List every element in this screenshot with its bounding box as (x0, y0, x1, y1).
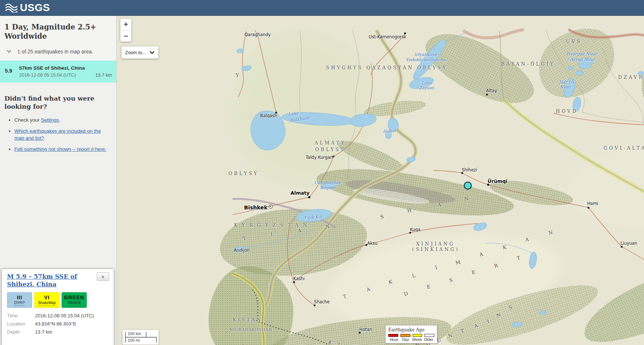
map-label: I (486, 318, 490, 324)
lake-shape (576, 70, 583, 76)
map-viewport[interactable]: QaraghandyUst-KamenogorskYSHYGHYS QAZAQS… (116, 15, 644, 345)
badge-value: III (17, 295, 23, 300)
map-label: Har Us (559, 80, 574, 85)
map-label: N (447, 332, 453, 339)
map-city-label: Ürümqi (488, 178, 507, 184)
admin-borders (300, 31, 644, 296)
help-link[interactable]: Settings (41, 117, 59, 123)
event-meta: 2016-12-08 05:15:04 (UTC)13.7 km (19, 73, 112, 78)
city-dots-layer (116, 15, 644, 345)
earthquake-list-item[interactable]: 5.957km SSE of Shihezi, China2016-12-08 … (0, 60, 116, 83)
map-label: H (240, 343, 247, 345)
terrain-patch (575, 246, 644, 345)
border-tajik-yellow (233, 273, 264, 345)
usgs-logo[interactable]: USGS (5, 2, 50, 14)
map-label: U (337, 342, 342, 345)
detail-row: Location43.816°N 86.303°E (7, 321, 109, 327)
help-item: Which earthquakes are included on the ma… (14, 128, 110, 142)
badge-value: GREEN (64, 295, 85, 300)
map-label: E (426, 283, 431, 290)
map-city-label: Taldy Kurgan (306, 155, 333, 160)
capital-dot (270, 206, 271, 207)
capital-city-marker (269, 205, 273, 209)
usgs-earthquake-map-app: { "header": { "logo": "USGS" }, "sidebar… (0, 0, 644, 345)
impact-badge-shakemap[interactable]: VIShakeMap (34, 292, 59, 308)
event-title: 57km SSE of Shihezi, China (19, 65, 112, 71)
close-button[interactable]: x (97, 272, 110, 281)
legend-label: Hour (388, 337, 400, 342)
terrain-patch (209, 266, 293, 345)
zoom-out-button[interactable]: − (120, 31, 131, 42)
event-title-link[interactable]: M 5.9 – 57km SSE of Shihezi, China (7, 273, 90, 288)
detail-label: Location (7, 321, 35, 327)
map-label: U (437, 337, 442, 343)
border-kz-kg (233, 199, 336, 227)
earthquake-marker[interactable] (464, 182, 472, 189)
map-label: M (455, 259, 461, 266)
map-city-label: Shache (314, 299, 330, 304)
lake-shape (562, 77, 577, 99)
city-dot (621, 246, 623, 248)
map-label: A (366, 286, 371, 292)
lake-shape (528, 251, 537, 269)
zoom-to-label: Zoom to... (125, 50, 146, 55)
zoom-in-button[interactable]: + (120, 19, 131, 31)
badge-value: VI (44, 295, 49, 300)
impact-badges: IIIDYFI?VIShakeMapGREENPAGER (7, 292, 109, 308)
map-label: K (328, 339, 333, 345)
scale-mi-label: 100 mi (128, 338, 140, 342)
city-dot (359, 332, 361, 334)
map-label: I (270, 231, 273, 237)
count-row[interactable]: 1 of 25 earthquakes in map area. (4, 49, 112, 55)
lake-shape (577, 56, 595, 71)
map-label: KYRGYZSTAN (234, 222, 311, 228)
event-time: 2016-12-08 05:15:04 (UTC) (19, 73, 76, 78)
city-dot (293, 281, 295, 283)
lake-shape (572, 97, 582, 112)
map-label: K (502, 244, 507, 251)
lake-shape (386, 117, 399, 133)
legend-label: Day (400, 337, 411, 342)
terrain-patch (416, 20, 543, 118)
map-label: A (437, 202, 442, 208)
map-city-label: Ust-Kamenogorsk (369, 34, 406, 39)
border-china-band-yellow (266, 30, 416, 305)
map-label: DZAVHAN (618, 74, 644, 80)
map-label: Qapshaghay (314, 180, 341, 185)
map-label: K (388, 279, 393, 285)
map-label: GOVI-ALTAY (604, 145, 644, 151)
lake-shape (408, 75, 435, 91)
zoom-to-dropdown[interactable]: Zoom to... (121, 46, 158, 59)
map-label: D (403, 290, 409, 297)
lake-shape (568, 66, 573, 70)
lake-shape (246, 107, 289, 154)
lake-shape (233, 245, 246, 253)
map-city-label: Andijon (234, 248, 249, 253)
impact-badge-pager[interactable]: GREENPAGER (62, 292, 87, 308)
map-label: / Ayrag Nuur (567, 57, 595, 62)
detail-value: 13.7 km (35, 329, 52, 335)
terrain-patch (314, 160, 516, 225)
map-label: I (435, 265, 438, 271)
help-link[interactable]: Felt something not shown – report it her… (14, 146, 106, 152)
legend-swatch-older (424, 334, 434, 337)
terrain-patch (233, 31, 373, 186)
borders-roads-layer (116, 15, 644, 345)
map-label: N (496, 312, 502, 318)
impact-badge-dyfi[interactable]: IIIDYFI? (7, 292, 32, 308)
terrain-patch (488, 176, 575, 211)
border-line (233, 273, 264, 345)
border-line (504, 100, 644, 310)
badge-label: PAGER (68, 300, 80, 306)
terrain-patch (352, 185, 430, 207)
map-city-label: Balqash (260, 113, 277, 118)
lake-shape (281, 110, 355, 128)
help-link[interactable]: Which earthquakes are included on the ma… (14, 128, 101, 141)
map-label: A (297, 228, 302, 234)
border-china-band-purple (266, 30, 416, 305)
map-label: Balkhash (289, 115, 310, 123)
magnitude-value: 5.9 (5, 68, 12, 74)
map-label: A (525, 237, 529, 243)
badge-label: DYFI? (14, 300, 25, 306)
map-label: Lake (421, 80, 432, 86)
